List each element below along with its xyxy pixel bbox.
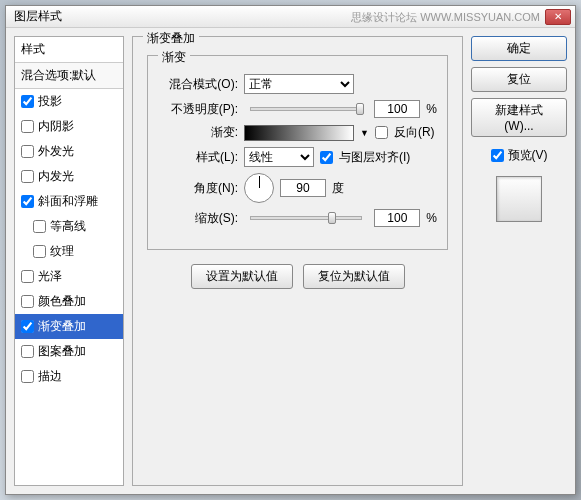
- style-item-label: 颜色叠加: [38, 293, 86, 310]
- style-checkbox[interactable]: [33, 245, 46, 258]
- scale-input[interactable]: [374, 209, 420, 227]
- style-checkbox[interactable]: [21, 170, 34, 183]
- align-label: 与图层对齐(I): [339, 149, 410, 166]
- align-checkbox[interactable]: [320, 151, 333, 164]
- reverse-label: 反向(R): [394, 124, 435, 141]
- style-item-label: 外发光: [38, 143, 74, 160]
- reverse-checkbox[interactable]: [375, 126, 388, 139]
- style-item-label: 光泽: [38, 268, 62, 285]
- cancel-button[interactable]: 复位: [471, 67, 567, 92]
- preview-swatch: [496, 176, 542, 222]
- style-checkbox[interactable]: [21, 145, 34, 158]
- style-label: 样式(L):: [158, 149, 238, 166]
- new-style-button[interactable]: 新建样式(W)...: [471, 98, 567, 137]
- style-select[interactable]: 线性: [244, 147, 314, 167]
- style-item-label: 斜面和浮雕: [38, 193, 98, 210]
- preview-checkbox[interactable]: [491, 149, 504, 162]
- dialog-content: 样式 混合选项:默认 投影内阴影外发光内发光斜面和浮雕等高线纹理光泽颜色叠加渐变…: [6, 28, 575, 494]
- reset-default-button[interactable]: 复位为默认值: [303, 264, 405, 289]
- gradient-label: 渐变:: [158, 124, 238, 141]
- watermark-text: 思缘设计论坛 WWW.MISSYUAN.COM: [351, 10, 540, 25]
- ok-button[interactable]: 确定: [471, 36, 567, 61]
- opacity-input[interactable]: [374, 100, 420, 118]
- style-item[interactable]: 光泽: [15, 264, 123, 289]
- style-checkbox[interactable]: [21, 95, 34, 108]
- style-checkbox[interactable]: [33, 220, 46, 233]
- style-item[interactable]: 纹理: [15, 239, 123, 264]
- percent-unit-2: %: [426, 211, 437, 225]
- style-checkbox[interactable]: [21, 295, 34, 308]
- blend-mode-select[interactable]: 正常: [244, 74, 354, 94]
- styles-header[interactable]: 样式: [15, 37, 123, 63]
- style-item[interactable]: 等高线: [15, 214, 123, 239]
- titlebar: 图层样式 思缘设计论坛 WWW.MISSYUAN.COM ✕: [6, 6, 575, 28]
- opacity-label: 不透明度(P):: [158, 101, 238, 118]
- style-item-label: 描边: [38, 368, 62, 385]
- angle-dial[interactable]: [244, 173, 274, 203]
- percent-unit: %: [426, 102, 437, 116]
- scale-label: 缩放(S):: [158, 210, 238, 227]
- angle-label: 角度(N):: [158, 180, 238, 197]
- style-item[interactable]: 颜色叠加: [15, 289, 123, 314]
- style-item[interactable]: 内阴影: [15, 114, 123, 139]
- action-panel: 确定 复位 新建样式(W)... 预览(V): [471, 36, 567, 486]
- style-checkbox[interactable]: [21, 345, 34, 358]
- preview-label: 预览(V): [508, 147, 548, 164]
- set-default-button[interactable]: 设置为默认值: [191, 264, 293, 289]
- style-item[interactable]: 描边: [15, 364, 123, 389]
- blend-options-header[interactable]: 混合选项:默认: [15, 63, 123, 89]
- style-checkbox[interactable]: [21, 120, 34, 133]
- style-item[interactable]: 图案叠加: [15, 339, 123, 364]
- degree-unit: 度: [332, 180, 344, 197]
- style-item-label: 纹理: [50, 243, 74, 260]
- style-item-label: 内发光: [38, 168, 74, 185]
- style-item[interactable]: 投影: [15, 89, 123, 114]
- opacity-slider[interactable]: [250, 107, 362, 111]
- styles-panel: 样式 混合选项:默认 投影内阴影外发光内发光斜面和浮雕等高线纹理光泽颜色叠加渐变…: [14, 36, 124, 486]
- style-item[interactable]: 渐变叠加: [15, 314, 123, 339]
- chevron-down-icon[interactable]: ▼: [360, 128, 369, 138]
- style-item-label: 图案叠加: [38, 343, 86, 360]
- group-title: 渐变: [158, 49, 190, 66]
- style-checkbox[interactable]: [21, 320, 34, 333]
- style-list: 投影内阴影外发光内发光斜面和浮雕等高线纹理光泽颜色叠加渐变叠加图案叠加描边: [15, 89, 123, 389]
- style-item-label: 渐变叠加: [38, 318, 86, 335]
- close-button[interactable]: ✕: [545, 9, 571, 25]
- style-item[interactable]: 内发光: [15, 164, 123, 189]
- style-item-label: 投影: [38, 93, 62, 110]
- layer-style-dialog: 图层样式 思缘设计论坛 WWW.MISSYUAN.COM ✕ 样式 混合选项:默…: [5, 5, 576, 495]
- gradient-picker[interactable]: [244, 125, 354, 141]
- style-checkbox[interactable]: [21, 195, 34, 208]
- blend-mode-label: 混合模式(O):: [158, 76, 238, 93]
- gradient-group: 渐变 混合模式(O): 正常 不透明度(P): % 渐变: ▼: [147, 55, 448, 250]
- angle-input[interactable]: [280, 179, 326, 197]
- scale-slider[interactable]: [250, 216, 362, 220]
- style-checkbox[interactable]: [21, 370, 34, 383]
- style-item[interactable]: 外发光: [15, 139, 123, 164]
- style-item-label: 内阴影: [38, 118, 74, 135]
- style-checkbox[interactable]: [21, 270, 34, 283]
- style-item[interactable]: 斜面和浮雕: [15, 189, 123, 214]
- style-item-label: 等高线: [50, 218, 86, 235]
- settings-panel: 渐变叠加 渐变 混合模式(O): 正常 不透明度(P): %: [132, 36, 463, 486]
- panel-title: 渐变叠加: [143, 30, 199, 47]
